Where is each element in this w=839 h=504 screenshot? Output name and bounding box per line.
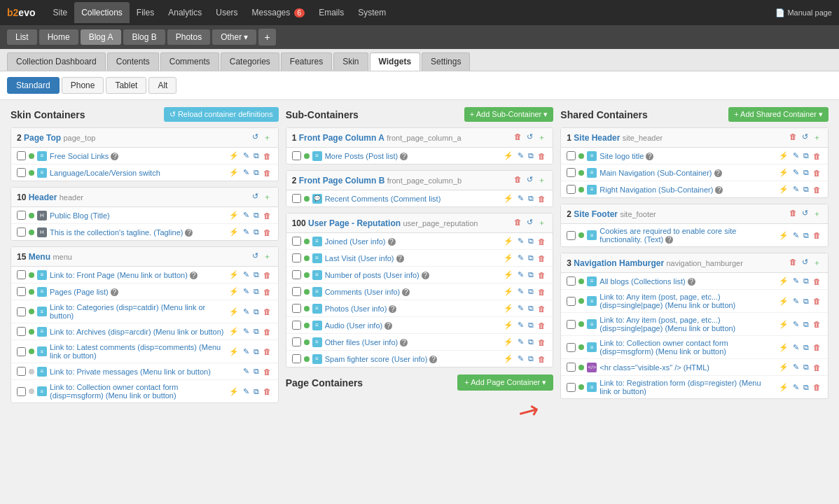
help-icon[interactable]: ? [384, 322, 392, 330]
widget-checkbox[interactable] [292, 354, 301, 363]
manual-page-link[interactable]: 📄 Manual page [775, 8, 832, 18]
bolt-icon[interactable]: ⚡ [502, 286, 515, 297]
bolt-icon[interactable]: ⚡ [777, 319, 790, 330]
delete-icon[interactable]: 🗑 [513, 132, 523, 144]
delete-icon[interactable]: 🗑 [262, 327, 272, 337]
copy-icon[interactable]: ⧉ [802, 150, 810, 161]
help-icon[interactable]: ? [111, 153, 118, 160]
delete-icon[interactable]: 🗑 [536, 151, 547, 161]
sec-nav-blog-a[interactable]: Blog A [81, 29, 122, 45]
reload-icon[interactable]: ↺ [800, 257, 810, 269]
edit-icon[interactable]: ✎ [242, 307, 251, 317]
nav-collections[interactable]: Collections [74, 2, 130, 23]
delete-icon[interactable]: 🗑 [262, 386, 272, 396]
widget-checkbox[interactable] [292, 253, 301, 262]
widget-checkbox[interactable] [292, 304, 301, 313]
edit-icon[interactable]: ✎ [791, 230, 800, 241]
edit-icon[interactable]: ✎ [791, 296, 800, 307]
widget-checkbox[interactable] [567, 363, 576, 372]
delete-icon[interactable]: 🗑 [536, 253, 547, 263]
widget-checkbox[interactable] [17, 307, 26, 316]
nav-analytics[interactable]: Analytics [161, 2, 209, 23]
container-add-icon[interactable]: ＋ [262, 132, 272, 144]
tab-collection-dashboard[interactable]: Collection Dashboard [7, 52, 106, 71]
orange-bolt-icon[interactable]: ⚡ [777, 362, 790, 372]
container-add-icon[interactable]: ＋ [262, 191, 272, 203]
delete-icon[interactable]: 🗑 [262, 287, 272, 297]
copy-icon[interactable]: ⧉ [802, 167, 810, 178]
widget-checkbox[interactable] [17, 151, 26, 160]
bolt-icon[interactable]: ⚡ [228, 346, 240, 357]
help-icon[interactable]: ? [400, 339, 408, 346]
help-icon[interactable]: ? [646, 153, 653, 160]
copy-icon[interactable]: ⧉ [527, 320, 535, 330]
copy-icon[interactable]: ⧉ [802, 296, 810, 307]
add-sub-container-button[interactable]: + Add Sub-Container ▾ [464, 107, 554, 122]
container-reload-icon[interactable]: ↺ [251, 251, 260, 262]
help-icon[interactable]: ? [185, 229, 193, 237]
copy-icon[interactable]: ⧉ [527, 270, 535, 280]
add-collection-button[interactable]: + [258, 29, 275, 46]
delete-icon[interactable]: 🗑 [536, 270, 547, 280]
bolt-icon[interactable]: ⚡ [777, 167, 790, 178]
delete-icon[interactable]: 🗑 [788, 208, 798, 220]
nav-site[interactable]: Site [46, 2, 74, 23]
widget-checkbox[interactable] [292, 237, 301, 246]
reload-container-definitions-button[interactable]: ↺ Reload container definitions [164, 107, 279, 122]
tab-categories[interactable]: Categories [221, 52, 279, 71]
tab-skin[interactable]: Skin [333, 52, 368, 71]
reload-icon[interactable]: ↺ [800, 208, 810, 220]
bolt-icon[interactable]: ⚡ [228, 386, 240, 397]
bolt-icon[interactable]: ⚡ [228, 210, 240, 220]
widget-checkbox[interactable] [567, 320, 576, 329]
add-icon[interactable]: ＋ [536, 132, 547, 144]
delete-icon[interactable]: 🗑 [262, 227, 272, 237]
edit-icon[interactable]: ✎ [242, 366, 251, 377]
add-icon[interactable]: ＋ [812, 257, 822, 269]
copy-icon[interactable]: ⧉ [252, 227, 261, 237]
delete-icon[interactable]: 🗑 [536, 321, 547, 330]
widget-checkbox[interactable] [567, 185, 576, 194]
edit-icon[interactable]: ✎ [791, 184, 800, 195]
widget-checkbox[interactable] [292, 337, 301, 346]
vtab-tablet[interactable]: Tablet [106, 77, 146, 94]
reload-icon[interactable]: ↺ [525, 132, 534, 144]
help-icon[interactable]: ? [422, 272, 429, 279]
nav-files[interactable]: Files [130, 2, 161, 23]
edit-icon[interactable]: ✎ [242, 150, 251, 161]
bolt-icon[interactable]: ⚡ [228, 270, 240, 280]
bolt-icon[interactable]: ⚡ [502, 354, 515, 364]
widget-checkbox[interactable] [17, 211, 26, 220]
bolt-icon[interactable]: ⚡ [228, 167, 240, 178]
copy-icon[interactable]: ⧉ [527, 193, 535, 204]
widget-checkbox[interactable] [292, 194, 301, 203]
widget-checkbox[interactable] [567, 231, 576, 240]
sec-nav-other[interactable]: Other ▾ [212, 29, 256, 45]
copy-icon[interactable]: ⧉ [252, 167, 261, 178]
widget-checkbox[interactable] [567, 168, 576, 177]
delete-icon[interactable]: 🗑 [812, 230, 822, 240]
widget-checkbox[interactable] [17, 387, 26, 396]
sec-nav-home[interactable]: Home [39, 29, 78, 45]
sec-nav-photos[interactable]: Photos [167, 29, 210, 45]
copy-icon[interactable]: ⧉ [527, 303, 535, 314]
delete-icon[interactable]: 🗑 [262, 307, 272, 316]
tab-comments[interactable]: Comments [160, 52, 219, 71]
help-icon[interactable]: ? [402, 288, 410, 296]
copy-icon[interactable]: ⧉ [802, 362, 810, 372]
delete-icon[interactable]: 🗑 [812, 363, 822, 372]
edit-icon[interactable]: ✎ [791, 382, 800, 393]
help-icon[interactable]: ? [388, 238, 396, 246]
edit-icon[interactable]: ✎ [791, 276, 800, 286]
edit-icon[interactable]: ✎ [791, 167, 800, 178]
help-icon[interactable]: ? [429, 356, 437, 363]
orange-bolt-icon[interactable]: ⚡ [777, 276, 790, 286]
edit-icon[interactable]: ✎ [516, 150, 525, 161]
edit-icon[interactable]: ✎ [791, 319, 800, 330]
nav-emails[interactable]: Emails [312, 2, 351, 23]
edit-icon[interactable]: ✎ [791, 362, 800, 372]
copy-icon[interactable]: ⧉ [252, 210, 261, 220]
copy-icon[interactable]: ⧉ [252, 386, 261, 397]
delete-icon[interactable]: 🗑 [262, 151, 272, 161]
tab-settings[interactable]: Settings [422, 52, 470, 71]
